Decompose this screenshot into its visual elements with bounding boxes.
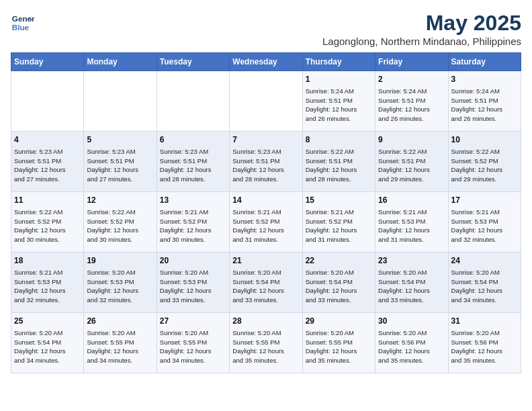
header-row: SundayMondayTuesdayWednesdayThursdayFrid…: [11, 53, 521, 71]
day-cell: 26Sunrise: 5:20 AM Sunset: 5:55 PM Dayli…: [84, 313, 157, 373]
day-number: 24: [451, 255, 518, 267]
day-info: Sunrise: 5:20 AM Sunset: 5:56 PM Dayligh…: [451, 328, 518, 365]
day-number: 21: [232, 255, 299, 267]
day-cell: [84, 71, 157, 132]
day-info: Sunrise: 5:20 AM Sunset: 5:55 PM Dayligh…: [232, 328, 299, 365]
day-info: Sunrise: 5:20 AM Sunset: 5:55 PM Dayligh…: [87, 328, 153, 365]
day-info: Sunrise: 5:24 AM Sunset: 5:51 PM Dayligh…: [451, 87, 518, 124]
day-cell: [230, 71, 302, 132]
day-info: Sunrise: 5:23 AM Sunset: 5:51 PM Dayligh…: [160, 147, 226, 184]
day-cell: 27Sunrise: 5:20 AM Sunset: 5:55 PM Dayli…: [157, 313, 229, 373]
day-cell: [11, 71, 84, 132]
day-cell: 24Sunrise: 5:20 AM Sunset: 5:54 PM Dayli…: [448, 253, 521, 313]
day-info: Sunrise: 5:20 AM Sunset: 5:53 PM Dayligh…: [87, 268, 153, 305]
day-info: Sunrise: 5:22 AM Sunset: 5:52 PM Dayligh…: [451, 147, 518, 184]
day-cell: 13Sunrise: 5:21 AM Sunset: 5:52 PM Dayli…: [157, 192, 229, 253]
svg-text:Blue: Blue: [12, 23, 30, 32]
week-row-1: 1Sunrise: 5:24 AM Sunset: 5:51 PM Daylig…: [11, 71, 521, 132]
day-number: 7: [232, 134, 299, 146]
day-info: Sunrise: 5:21 AM Sunset: 5:53 PM Dayligh…: [378, 208, 445, 244]
main-title: May 2025: [322, 11, 521, 36]
day-info: Sunrise: 5:21 AM Sunset: 5:52 PM Dayligh…: [306, 208, 372, 244]
day-cell: 12Sunrise: 5:22 AM Sunset: 5:52 PM Dayli…: [84, 192, 157, 253]
day-info: Sunrise: 5:23 AM Sunset: 5:51 PM Dayligh…: [14, 147, 81, 184]
day-info: Sunrise: 5:21 AM Sunset: 5:53 PM Dayligh…: [451, 208, 518, 244]
day-number: 19: [87, 255, 153, 267]
day-number: 15: [306, 195, 372, 206]
day-cell: 22Sunrise: 5:20 AM Sunset: 5:54 PM Dayli…: [302, 253, 375, 313]
day-cell: 1Sunrise: 5:24 AM Sunset: 5:51 PM Daylig…: [302, 71, 375, 132]
col-header-sunday: Sunday: [11, 53, 84, 71]
week-row-3: 11Sunrise: 5:22 AM Sunset: 5:52 PM Dayli…: [11, 192, 521, 253]
day-number: 20: [160, 255, 226, 267]
col-header-thursday: Thursday: [302, 53, 375, 71]
col-header-friday: Friday: [375, 53, 448, 71]
day-info: Sunrise: 5:21 AM Sunset: 5:53 PM Dayligh…: [14, 268, 81, 305]
day-info: Sunrise: 5:20 AM Sunset: 5:54 PM Dayligh…: [14, 328, 81, 365]
day-cell: 3Sunrise: 5:24 AM Sunset: 5:51 PM Daylig…: [448, 71, 521, 132]
day-info: Sunrise: 5:20 AM Sunset: 5:55 PM Dayligh…: [306, 328, 372, 365]
day-info: Sunrise: 5:20 AM Sunset: 5:55 PM Dayligh…: [160, 328, 226, 365]
day-info: Sunrise: 5:21 AM Sunset: 5:52 PM Dayligh…: [232, 208, 299, 244]
day-number: 1: [306, 74, 372, 85]
day-info: Sunrise: 5:24 AM Sunset: 5:51 PM Dayligh…: [378, 87, 445, 124]
day-cell: 31Sunrise: 5:20 AM Sunset: 5:56 PM Dayli…: [448, 313, 521, 373]
day-cell: 21Sunrise: 5:20 AM Sunset: 5:54 PM Dayli…: [230, 253, 302, 313]
col-header-tuesday: Tuesday: [157, 53, 229, 71]
header: General Blue May 2025 Lagonglong, Northe…: [11, 11, 521, 47]
day-info: Sunrise: 5:20 AM Sunset: 5:54 PM Dayligh…: [451, 268, 518, 305]
day-cell: 5Sunrise: 5:23 AM Sunset: 5:51 PM Daylig…: [84, 132, 157, 192]
week-row-2: 4Sunrise: 5:23 AM Sunset: 5:51 PM Daylig…: [11, 132, 521, 192]
day-cell: 19Sunrise: 5:20 AM Sunset: 5:53 PM Dayli…: [84, 253, 157, 313]
day-cell: 11Sunrise: 5:22 AM Sunset: 5:52 PM Dayli…: [11, 192, 84, 253]
day-info: Sunrise: 5:22 AM Sunset: 5:51 PM Dayligh…: [306, 147, 372, 184]
day-cell: 14Sunrise: 5:21 AM Sunset: 5:52 PM Dayli…: [230, 192, 302, 253]
day-number: 28: [232, 316, 299, 327]
col-header-saturday: Saturday: [448, 53, 521, 71]
day-info: Sunrise: 5:20 AM Sunset: 5:54 PM Dayligh…: [306, 268, 372, 305]
day-number: 22: [306, 255, 372, 267]
day-number: 11: [14, 195, 81, 206]
day-info: Sunrise: 5:23 AM Sunset: 5:51 PM Dayligh…: [232, 147, 299, 184]
day-info: Sunrise: 5:23 AM Sunset: 5:51 PM Dayligh…: [87, 147, 153, 184]
day-cell: 28Sunrise: 5:20 AM Sunset: 5:55 PM Dayli…: [230, 313, 302, 373]
day-cell: 10Sunrise: 5:22 AM Sunset: 5:52 PM Dayli…: [448, 132, 521, 192]
day-cell: 6Sunrise: 5:23 AM Sunset: 5:51 PM Daylig…: [157, 132, 229, 192]
title-area: May 2025 Lagonglong, Northern Mindanao, …: [322, 11, 521, 47]
col-header-monday: Monday: [84, 53, 157, 71]
week-row-4: 18Sunrise: 5:21 AM Sunset: 5:53 PM Dayli…: [11, 253, 521, 313]
col-header-wednesday: Wednesday: [230, 53, 302, 71]
day-cell: 15Sunrise: 5:21 AM Sunset: 5:52 PM Dayli…: [302, 192, 375, 253]
day-cell: 29Sunrise: 5:20 AM Sunset: 5:55 PM Dayli…: [302, 313, 375, 373]
day-info: Sunrise: 5:22 AM Sunset: 5:52 PM Dayligh…: [87, 208, 153, 244]
day-number: 2: [378, 74, 445, 85]
day-cell: 23Sunrise: 5:20 AM Sunset: 5:54 PM Dayli…: [375, 253, 448, 313]
day-number: 17: [451, 195, 518, 206]
day-number: 26: [87, 316, 153, 327]
day-info: Sunrise: 5:20 AM Sunset: 5:53 PM Dayligh…: [160, 268, 226, 305]
day-info: Sunrise: 5:22 AM Sunset: 5:52 PM Dayligh…: [14, 208, 81, 244]
day-cell: 7Sunrise: 5:23 AM Sunset: 5:51 PM Daylig…: [230, 132, 302, 192]
svg-text:General: General: [12, 14, 35, 23]
day-cell: [157, 71, 229, 132]
day-number: 16: [378, 195, 445, 206]
day-info: Sunrise: 5:22 AM Sunset: 5:51 PM Dayligh…: [378, 147, 445, 184]
logo: General Blue: [11, 11, 35, 35]
day-cell: 2Sunrise: 5:24 AM Sunset: 5:51 PM Daylig…: [375, 71, 448, 132]
day-cell: 30Sunrise: 5:20 AM Sunset: 5:56 PM Dayli…: [375, 313, 448, 373]
day-number: 9: [378, 134, 445, 146]
day-cell: 9Sunrise: 5:22 AM Sunset: 5:51 PM Daylig…: [375, 132, 448, 192]
day-number: 30: [378, 316, 445, 327]
day-cell: 20Sunrise: 5:20 AM Sunset: 5:53 PM Dayli…: [157, 253, 229, 313]
day-number: 12: [87, 195, 153, 206]
day-cell: 17Sunrise: 5:21 AM Sunset: 5:53 PM Dayli…: [448, 192, 521, 253]
day-number: 3: [451, 74, 518, 85]
calendar-table: SundayMondayTuesdayWednesdayThursdayFrid…: [11, 52, 521, 373]
logo-icon: General Blue: [11, 11, 35, 35]
day-cell: 18Sunrise: 5:21 AM Sunset: 5:53 PM Dayli…: [11, 253, 84, 313]
week-row-5: 25Sunrise: 5:20 AM Sunset: 5:54 PM Dayli…: [11, 313, 521, 373]
day-number: 5: [87, 134, 153, 146]
day-number: 31: [451, 316, 518, 327]
day-cell: 4Sunrise: 5:23 AM Sunset: 5:51 PM Daylig…: [11, 132, 84, 192]
day-number: 8: [306, 134, 372, 146]
